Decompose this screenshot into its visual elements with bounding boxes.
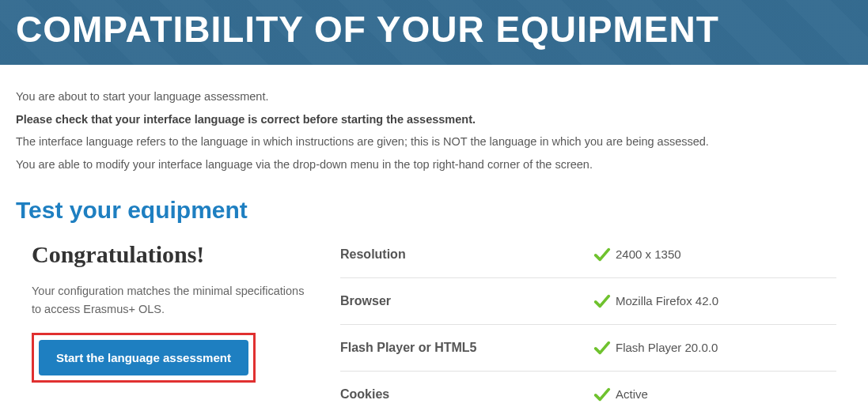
check-value: Active <box>593 386 648 403</box>
intro-line-2-bold: Please check that your interface languag… <box>16 110 852 130</box>
checkmark-icon <box>593 339 611 357</box>
left-column: Congratulations! Your configuration matc… <box>32 241 316 383</box>
content-area: You are about to start your language ass… <box>0 65 868 415</box>
check-value: 2400 x 1350 <box>593 246 681 263</box>
check-row: BrowserMozilla Firefox 42.0 <box>340 278 836 325</box>
checkmark-icon <box>593 246 611 263</box>
equipment-check-list: Resolution2400 x 1350BrowserMozilla Fire… <box>340 241 836 415</box>
check-row: Flash Player or HTML5Flash Player 20.0.0 <box>340 325 836 372</box>
congrats-title: Congratulations! <box>32 241 316 268</box>
columns: Congratulations! Your configuration matc… <box>16 241 852 415</box>
highlight-frame: Start the language assessment <box>32 333 256 383</box>
checkmark-icon <box>593 386 611 403</box>
check-row: CookiesActive <box>340 372 836 415</box>
subheading-test-equipment: Test your equipment <box>16 197 852 224</box>
check-value-text: Active <box>616 387 648 401</box>
start-assessment-button[interactable]: Start the language assessment <box>39 340 248 375</box>
intro-line-3: The interface language refers to the lan… <box>16 132 852 152</box>
check-label: Browser <box>340 294 593 308</box>
check-value-text: 2400 x 1350 <box>616 247 681 261</box>
intro-line-1: You are about to start your language ass… <box>16 87 852 107</box>
intro-line-4: You are able to modify your interface la… <box>16 155 852 175</box>
check-label: Cookies <box>340 387 593 402</box>
check-label: Resolution <box>340 247 593 262</box>
congrats-body: Your configuration matches the minimal s… <box>32 282 316 319</box>
check-value-text: Mozilla Firefox 42.0 <box>616 294 718 307</box>
checkmark-icon <box>593 292 611 310</box>
check-value-text: Flash Player 20.0.0 <box>616 341 718 354</box>
hero-banner: COMPATIBILITY OF YOUR EQUIPMENT <box>0 0 868 65</box>
page-title: COMPATIBILITY OF YOUR EQUIPMENT <box>16 8 852 51</box>
intro-block: You are about to start your language ass… <box>16 87 852 175</box>
check-value: Flash Player 20.0.0 <box>593 339 718 357</box>
check-value: Mozilla Firefox 42.0 <box>593 292 718 310</box>
check-label: Flash Player or HTML5 <box>340 341 593 355</box>
check-row: Resolution2400 x 1350 <box>340 241 836 278</box>
